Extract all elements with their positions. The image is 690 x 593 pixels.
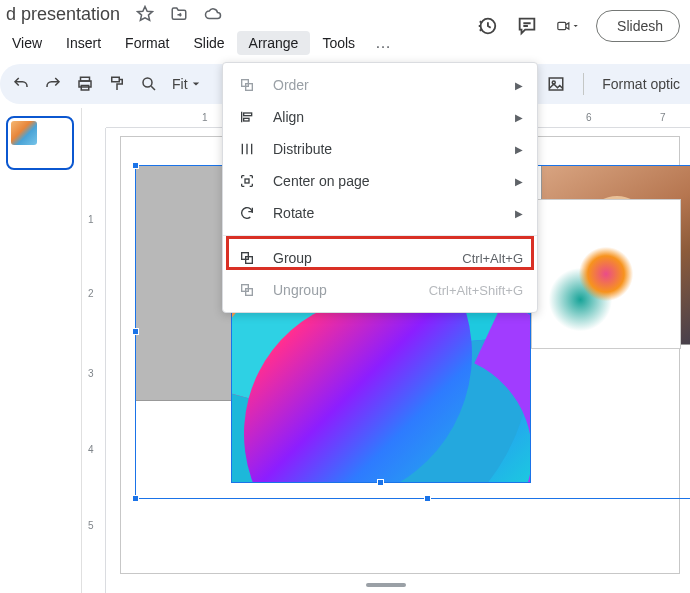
ruler-tick: 2 — [88, 288, 94, 299]
menu-label: Order — [273, 77, 309, 93]
ruler-tick: 3 — [88, 368, 94, 379]
ungroup-icon — [239, 282, 257, 298]
shortcut-label: Ctrl+Alt+G — [462, 251, 523, 266]
ruler-tick: 5 — [88, 520, 94, 531]
chevron-right-icon: ▶ — [515, 112, 523, 123]
svg-rect-12 — [244, 118, 249, 121]
print-icon[interactable] — [76, 75, 94, 93]
menu-format[interactable]: Format — [113, 31, 181, 55]
undo-icon[interactable] — [12, 75, 30, 93]
svg-rect-5 — [112, 77, 120, 82]
thumbnail-preview-icon — [11, 121, 37, 145]
slide-drag-indicator — [366, 583, 406, 587]
svg-rect-11 — [244, 113, 252, 116]
ruler-tick: 6 — [586, 112, 592, 123]
menu-label: Ungroup — [273, 282, 327, 298]
menu-align[interactable]: Align ▶ — [223, 101, 537, 133]
shortcut-label: Ctrl+Alt+Shift+G — [429, 283, 523, 298]
redo-icon[interactable] — [44, 75, 62, 93]
align-icon — [239, 109, 257, 125]
svg-rect-7 — [549, 78, 563, 90]
slide-thumbnail-1[interactable] — [6, 116, 74, 170]
ruler-tick: 7 — [660, 112, 666, 123]
image-icon[interactable] — [547, 75, 565, 93]
menu-arrange[interactable]: Arrange — [237, 31, 311, 55]
distribute-icon — [239, 141, 257, 157]
center-icon — [239, 173, 257, 189]
menu-order[interactable]: Order ▶ — [223, 69, 537, 101]
comment-icon[interactable] — [516, 15, 538, 37]
menu-label: Center on page — [273, 173, 370, 189]
menu-separator — [223, 235, 537, 236]
ruler-tick: 1 — [88, 214, 94, 225]
history-icon[interactable] — [476, 15, 498, 37]
menu-insert[interactable]: Insert — [54, 31, 113, 55]
menu-rotate[interactable]: Rotate ▶ — [223, 197, 537, 229]
menu-more-icon[interactable]: … — [367, 30, 399, 56]
chevron-right-icon: ▶ — [515, 176, 523, 187]
move-folder-icon[interactable] — [170, 5, 188, 23]
slideshow-button[interactable]: Slidesh — [596, 10, 680, 42]
zoom-icon[interactable] — [140, 75, 158, 93]
menu-label: Distribute — [273, 141, 332, 157]
doc-title[interactable]: d presentation — [0, 4, 120, 25]
menu-label: Rotate — [273, 205, 314, 221]
group-icon — [239, 250, 257, 266]
menu-group[interactable]: Group Ctrl+Alt+G — [223, 242, 537, 274]
ruler-tick: 1 — [202, 112, 208, 123]
chevron-right-icon: ▶ — [515, 144, 523, 155]
menu-label: Group — [273, 250, 312, 266]
meet-icon[interactable] — [556, 15, 578, 37]
arrange-dropdown: Order ▶ Align ▶ Distribute ▶ Center on p… — [222, 62, 538, 313]
menu-slide[interactable]: Slide — [181, 31, 236, 55]
svg-rect-1 — [558, 22, 566, 29]
chevron-right-icon: ▶ — [515, 80, 523, 91]
menu-distribute[interactable]: Distribute ▶ — [223, 133, 537, 165]
svg-rect-13 — [245, 179, 249, 183]
ruler-vertical[interactable]: 1 2 3 4 5 — [82, 128, 106, 593]
menu-tools[interactable]: Tools — [310, 31, 367, 55]
ruler-tick: 4 — [88, 444, 94, 455]
star-icon[interactable] — [136, 5, 154, 23]
svg-point-6 — [143, 78, 152, 87]
menu-ungroup: Ungroup Ctrl+Alt+Shift+G — [223, 274, 537, 306]
cloud-status-icon[interactable] — [204, 5, 222, 23]
menu-center-on-page[interactable]: Center on page ▶ — [223, 165, 537, 197]
paint-format-icon[interactable] — [108, 75, 126, 93]
slide-thumbnails-panel — [0, 108, 82, 593]
chevron-right-icon: ▶ — [515, 208, 523, 219]
order-icon — [239, 77, 257, 93]
zoom-select[interactable]: Fit — [172, 76, 200, 92]
menu-view[interactable]: View — [0, 31, 54, 55]
rotate-icon — [239, 205, 257, 221]
menu-label: Align — [273, 109, 304, 125]
format-options-button[interactable]: Format optic — [602, 76, 680, 92]
